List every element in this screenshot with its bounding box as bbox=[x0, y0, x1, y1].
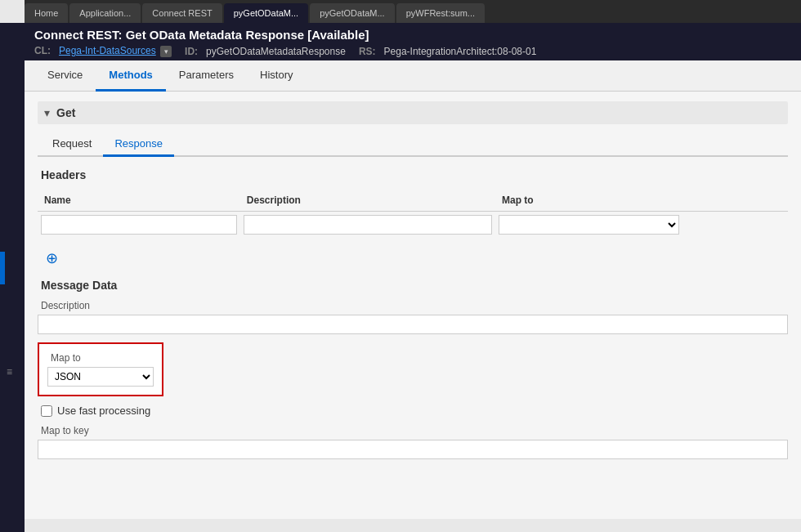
section-title: Get bbox=[56, 106, 75, 119]
browser-tab-home[interactable]: Home bbox=[25, 3, 68, 23]
header-extra-cell bbox=[682, 212, 788, 239]
rule-title: Connect REST: Get OData Metadata Respons… bbox=[34, 28, 791, 42]
nav-tabs: Service Methods Parameters History bbox=[25, 60, 801, 92]
header-desc-cell bbox=[240, 212, 495, 239]
get-section-header: ▾ Get bbox=[38, 101, 788, 124]
browser-tab-pygetodata2[interactable]: pyGetODataM... bbox=[310, 3, 394, 23]
browser-tab-connect-rest[interactable]: Connect REST bbox=[142, 3, 222, 23]
header-mapto-cell bbox=[495, 212, 683, 239]
main-content: ▾ Get Request Response Headers Name Desc bbox=[25, 92, 801, 519]
sidebar-accent bbox=[0, 252, 5, 284]
add-header-button[interactable]: ⊕ bbox=[41, 248, 63, 269]
col-header-extra bbox=[682, 190, 788, 212]
mapto-select[interactable]: JSON XML Text None bbox=[47, 367, 154, 387]
browser-tab-application[interactable]: Application... bbox=[69, 3, 141, 23]
sub-tab-request[interactable]: Request bbox=[41, 132, 103, 157]
description-input[interactable] bbox=[38, 315, 788, 334]
message-data-title: Message Data bbox=[41, 279, 788, 292]
browser-tab-pygetodata1[interactable]: pyGetODataM... bbox=[224, 3, 308, 23]
cl-value[interactable]: Pega-Int-DataSources bbox=[59, 45, 156, 56]
col-header-description: Description bbox=[240, 190, 495, 212]
tab-parameters[interactable]: Parameters bbox=[166, 60, 247, 92]
id-label: ID: bbox=[185, 46, 198, 57]
header-desc-input[interactable] bbox=[244, 215, 492, 235]
col-header-mapto: Map to bbox=[495, 190, 683, 212]
header-name-cell bbox=[38, 212, 240, 239]
use-fast-processing-row: Use fast processing bbox=[41, 405, 788, 417]
tab-methods[interactable]: Methods bbox=[96, 60, 165, 92]
sidebar-icon: ≡ bbox=[7, 366, 12, 378]
cl-label: CL: bbox=[34, 45, 51, 56]
header-mapto-select[interactable] bbox=[499, 215, 680, 235]
cl-dropdown[interactable]: ▾ bbox=[160, 46, 172, 57]
left-sidebar: ≡ bbox=[0, 23, 25, 532]
browser-tabs-bar: Home Application... Connect REST pyGetOD… bbox=[25, 0, 801, 23]
mapto-label: Map to bbox=[51, 352, 154, 364]
mapto-key-label: Map to key bbox=[41, 425, 788, 436]
mapto-highlight-box: Map to JSON XML Text None bbox=[38, 342, 163, 396]
use-fast-processing-label: Use fast processing bbox=[57, 405, 150, 417]
col-header-name: Name bbox=[38, 190, 240, 212]
rs-label: RS: bbox=[359, 46, 376, 57]
tab-history[interactable]: History bbox=[247, 60, 306, 92]
sub-tab-response[interactable]: Response bbox=[103, 132, 174, 157]
headers-title: Headers bbox=[41, 168, 788, 181]
collapse-icon[interactable]: ▾ bbox=[44, 106, 50, 119]
table-row bbox=[38, 212, 788, 239]
tab-service[interactable]: Service bbox=[34, 60, 96, 92]
rule-meta: CL: Pega-Int-DataSources ▾ ID: pyGetODat… bbox=[34, 45, 791, 60]
mapto-key-input[interactable] bbox=[38, 440, 788, 459]
browser-tab-pywfrest[interactable]: pyWFRest:sum... bbox=[396, 3, 485, 23]
sub-tabs: Request Response bbox=[38, 132, 788, 157]
header-name-input[interactable] bbox=[41, 215, 237, 235]
description-label: Description bbox=[41, 300, 788, 311]
rs-value: Pega-IntegrationArchitect:08-08-01 bbox=[384, 46, 537, 57]
headers-table: Name Description Map to bbox=[38, 190, 788, 238]
use-fast-processing-checkbox[interactable] bbox=[41, 405, 52, 417]
id-value: pyGetODataMetadataResponse bbox=[206, 46, 346, 57]
rule-header: Connect REST: Get OData Metadata Respons… bbox=[25, 23, 801, 60]
